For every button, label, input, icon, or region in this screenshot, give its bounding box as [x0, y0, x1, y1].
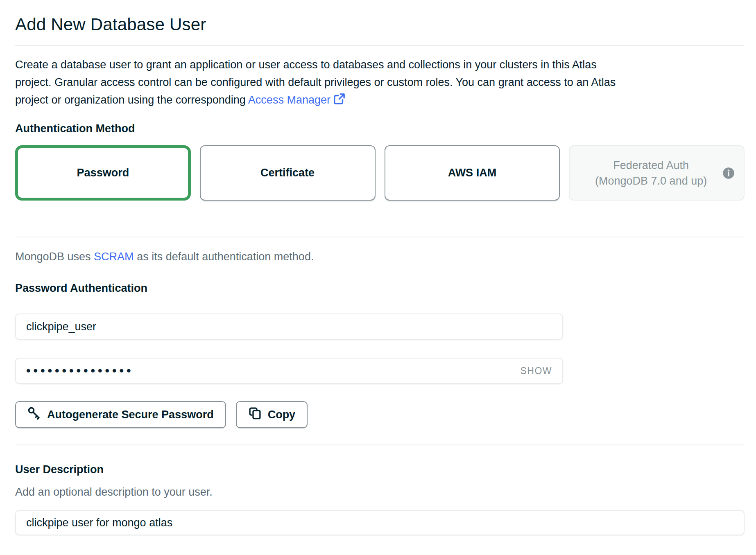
scram-note-after: as its default authentication method. [134, 250, 314, 263]
authentication-method-heading: Authentication Method [15, 122, 745, 135]
intro-text: Create a database user to grant an appli… [15, 56, 745, 110]
password-actions: Autogenerate Secure Password Copy [15, 401, 745, 428]
autogenerate-password-button[interactable]: Autogenerate Secure Password [15, 401, 226, 428]
access-manager-link[interactable]: Access Manager [248, 94, 330, 106]
auth-option-aws-iam[interactable]: AWS IAM [385, 145, 560, 201]
user-description-subtext: Add an optional description to your user… [15, 486, 745, 499]
intro-line-1: Create a database user to grant an appli… [15, 56, 745, 74]
auth-option-certificate[interactable]: Certificate [200, 145, 376, 201]
password-input[interactable]: ••••••••••••••• SHOW [15, 358, 563, 384]
scram-link[interactable]: SCRAM [94, 250, 134, 263]
user-description-heading: User Description [15, 463, 745, 476]
copy-button-label: Copy [268, 408, 296, 421]
divider [15, 45, 745, 46]
password-authentication-heading: Password Authentication [15, 282, 745, 295]
divider [15, 237, 745, 237]
auth-option-federated-sublabel: (MongoDB 7.0 and up) [595, 173, 707, 189]
key-icon [27, 406, 41, 423]
page-title: Add New Database User [15, 0, 745, 34]
username-input[interactable] [15, 314, 563, 340]
info-icon[interactable] [722, 167, 735, 179]
add-database-user-form: Add New Database User Create a database … [0, 0, 756, 555]
scram-note-before: MongoDB uses [15, 250, 94, 263]
autogenerate-password-label: Autogenerate Secure Password [47, 408, 214, 421]
copy-icon [248, 406, 262, 423]
password-masked-value: ••••••••••••••• [26, 365, 134, 377]
auth-option-certificate-label: Certificate [260, 167, 315, 179]
user-description-input[interactable] [15, 510, 745, 535]
intro-line-3: project or organization using the corres… [15, 94, 248, 106]
external-link-icon [333, 92, 345, 110]
copy-password-button[interactable]: Copy [236, 401, 308, 428]
auth-option-federated-auth: Federated Auth (MongoDB 7.0 and up) [569, 145, 745, 201]
auth-method-options: Password Certificate AWS IAM Federated A… [15, 145, 745, 201]
auth-option-federated-label: Federated Auth [613, 158, 689, 173]
auth-option-aws-iam-label: AWS IAM [448, 167, 497, 179]
divider [15, 444, 745, 445]
scram-note: MongoDB uses SCRAM as its default authen… [15, 250, 745, 263]
intro-line-2: project. Granular access control can be … [15, 74, 745, 91]
auth-option-password-label: Password [77, 167, 129, 179]
show-password-button[interactable]: SHOW [520, 365, 552, 377]
auth-option-password[interactable]: Password [15, 145, 191, 201]
